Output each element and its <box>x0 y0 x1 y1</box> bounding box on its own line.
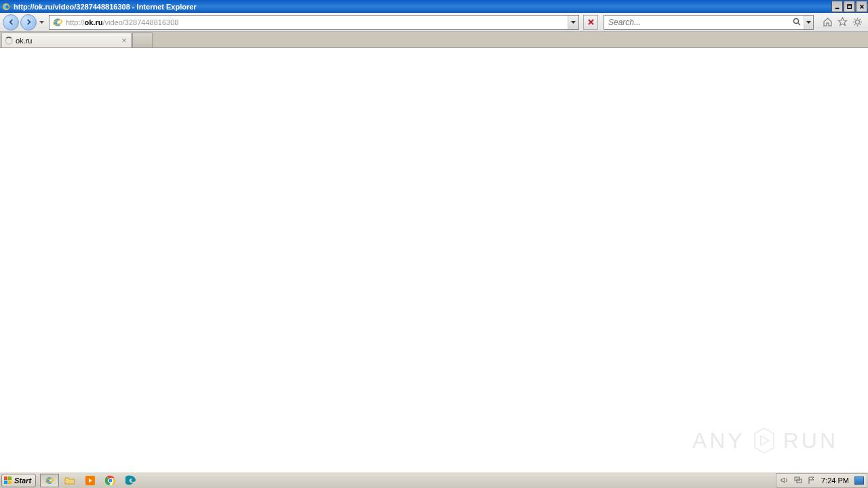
svg-point-11 <box>45 477 54 483</box>
start-label: Start <box>14 476 31 485</box>
devices-icon[interactable] <box>793 476 802 485</box>
system-tray: 7:24 PM <box>776 473 867 488</box>
browser-tab[interactable]: ok.ru × <box>1 33 132 47</box>
window-title: http://ok.ru/video/3287448816308 - Inter… <box>14 3 831 11</box>
svg-rect-7 <box>4 476 7 480</box>
taskbar-ie-icon[interactable] <box>40 474 59 487</box>
address-dropdown[interactable] <box>568 16 578 29</box>
start-button[interactable]: Start <box>1 474 36 487</box>
stop-button[interactable] <box>583 15 598 30</box>
svg-point-4 <box>53 19 63 26</box>
address-bar[interactable]: http://ok.ru/video/3287448816308 <box>49 15 579 30</box>
svg-rect-8 <box>8 476 12 480</box>
toolbar-icons <box>822 17 863 28</box>
svg-rect-3 <box>847 4 851 5</box>
search-go-button[interactable] <box>790 16 804 29</box>
home-icon[interactable] <box>822 17 833 28</box>
quick-launch <box>40 472 140 488</box>
back-button[interactable] <box>3 14 19 30</box>
url-text: http://ok.ru/video/3287448816308 <box>66 18 178 26</box>
tools-icon[interactable] <box>852 17 863 28</box>
nav-history-dropdown[interactable] <box>38 15 45 30</box>
taskbar-chrome-icon[interactable] <box>101 474 120 487</box>
ie-icon <box>1 2 11 12</box>
favorites-icon[interactable] <box>837 17 848 28</box>
svg-rect-9 <box>4 481 7 484</box>
windows-flag-icon <box>3 476 13 485</box>
search-provider-dropdown[interactable] <box>804 16 813 29</box>
search-input[interactable] <box>604 16 790 29</box>
watermark: ANY RUN <box>692 427 838 454</box>
svg-point-5 <box>793 19 798 24</box>
show-desktop-icon[interactable] <box>854 476 864 485</box>
loading-spinner-icon <box>5 37 13 45</box>
taskbar-edge-icon[interactable] <box>121 474 140 487</box>
svg-rect-10 <box>8 481 12 484</box>
page-icon <box>52 16 64 28</box>
browser-toolbar: http://ok.ru/video/3287448816308 <box>0 13 868 32</box>
page-content <box>0 48 868 472</box>
svg-point-6 <box>855 20 859 24</box>
svg-point-0 <box>2 3 9 10</box>
flag-icon[interactable] <box>806 476 816 485</box>
tab-close-button[interactable]: × <box>120 37 128 45</box>
taskbar-explorer-icon[interactable] <box>60 474 79 487</box>
window-controls <box>831 0 868 13</box>
minimize-button[interactable] <box>831 1 843 12</box>
close-button[interactable] <box>856 1 867 12</box>
tab-title: ok.ru <box>16 37 117 45</box>
svg-rect-1 <box>835 7 839 9</box>
tab-bar: ok.ru × <box>0 32 868 48</box>
maximize-button[interactable] <box>844 1 855 12</box>
forward-button[interactable] <box>20 14 37 30</box>
window-titlebar: http://ok.ru/video/3287448816308 - Inter… <box>0 0 868 13</box>
new-tab-button[interactable] <box>132 33 153 47</box>
search-box[interactable] <box>604 15 814 30</box>
clock[interactable]: 7:24 PM <box>820 476 850 485</box>
taskbar: Start 7:24 PM <box>0 472 868 488</box>
volume-icon[interactable] <box>779 476 789 485</box>
taskbar-media-icon[interactable] <box>81 474 100 487</box>
